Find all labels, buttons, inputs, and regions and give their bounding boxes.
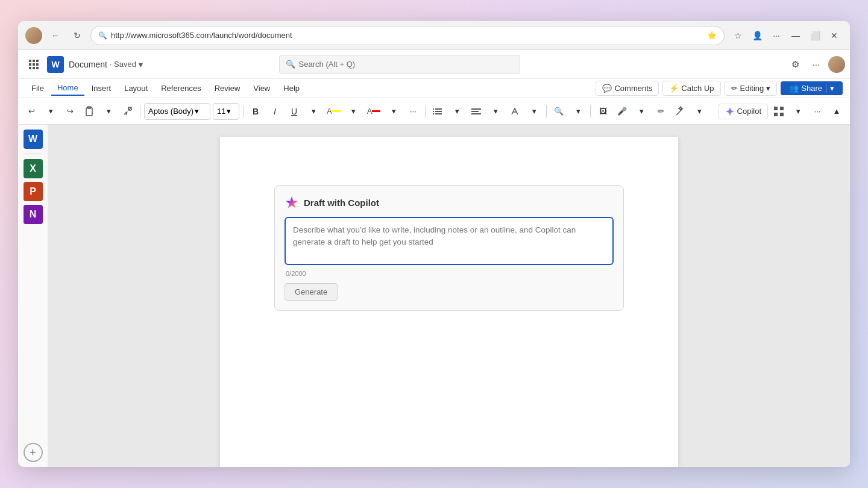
undo-dropdown[interactable]: ▾ bbox=[42, 103, 59, 120]
separator-2 bbox=[243, 105, 244, 117]
align-button[interactable] bbox=[468, 103, 485, 120]
highlight-dropdown[interactable]: ▾ bbox=[345, 103, 362, 120]
topbar-more-button[interactable]: ··· bbox=[808, 56, 825, 73]
font-size-label: 11 bbox=[217, 107, 225, 116]
svg-rect-4 bbox=[33, 63, 35, 66]
address-search-icon: 🔍 bbox=[98, 31, 107, 40]
copilot-button[interactable]: Copilot bbox=[719, 104, 768, 119]
document-area[interactable]: Draft with Copilot 0/2000 Generate bbox=[48, 125, 850, 467]
font-size-icon: ▾ bbox=[227, 107, 231, 116]
maximize-button[interactable]: ⬜ bbox=[807, 27, 823, 44]
editing-button[interactable]: ✏ Editing ▾ bbox=[725, 81, 778, 96]
svg-rect-15 bbox=[435, 111, 442, 112]
copilot-char-count: 0/2000 bbox=[285, 270, 614, 277]
menu-home[interactable]: Home bbox=[51, 81, 84, 96]
profile-button[interactable]: 👤 bbox=[749, 27, 766, 44]
svg-rect-17 bbox=[435, 113, 442, 114]
generate-button[interactable]: Generate bbox=[285, 283, 338, 301]
menu-file[interactable]: File bbox=[25, 81, 50, 95]
font-color-dropdown[interactable]: ▾ bbox=[385, 103, 402, 120]
svg-rect-13 bbox=[435, 108, 442, 110]
app-grid-button[interactable] bbox=[25, 56, 42, 73]
svg-rect-0 bbox=[29, 60, 31, 62]
style-dropdown[interactable]: ▾ bbox=[526, 103, 542, 120]
search-icon: 🔍 bbox=[286, 60, 295, 69]
svg-marker-21 bbox=[726, 107, 734, 116]
minimize-button[interactable]: — bbox=[787, 27, 804, 44]
image-button[interactable]: 🖼 bbox=[594, 103, 611, 120]
settings-button[interactable]: ⚙ bbox=[787, 56, 804, 73]
copilot-icon bbox=[725, 107, 735, 116]
address-lock-icon: ⭐ bbox=[707, 31, 717, 40]
toolbar-overflow[interactable]: ··· bbox=[809, 103, 826, 120]
user-avatar[interactable] bbox=[828, 56, 845, 73]
find-dropdown[interactable]: ▾ bbox=[570, 103, 587, 120]
bold-button[interactable]: B bbox=[247, 103, 264, 120]
list-button[interactable] bbox=[429, 103, 446, 120]
find-button[interactable]: 🔍 bbox=[550, 103, 567, 120]
clipboard-dropdown[interactable]: ▾ bbox=[100, 103, 117, 120]
grid-dropdown[interactable]: ▾ bbox=[790, 103, 807, 120]
underline-dropdown[interactable]: ▾ bbox=[305, 103, 322, 120]
catchup-button[interactable]: ⚡ Catch Up bbox=[662, 81, 720, 96]
browser-profile-avatar[interactable] bbox=[25, 27, 42, 44]
back-button[interactable]: ← bbox=[47, 27, 64, 44]
menu-help[interactable]: Help bbox=[277, 81, 306, 95]
close-button[interactable]: ✕ bbox=[826, 27, 843, 44]
redo-button[interactable]: ↪ bbox=[61, 103, 78, 120]
menu-references[interactable]: References bbox=[155, 81, 207, 95]
sidebar-icon-onenote[interactable]: N bbox=[24, 205, 43, 224]
italic-button[interactable]: I bbox=[266, 103, 283, 120]
draw-button[interactable]: ✏ bbox=[652, 103, 669, 120]
format-painter-button[interactable] bbox=[119, 103, 136, 120]
more-button[interactable]: ··· bbox=[768, 27, 785, 44]
mic-button[interactable]: 🎤 bbox=[614, 103, 631, 120]
style-button[interactable] bbox=[506, 103, 523, 120]
menu-review[interactable]: Review bbox=[209, 81, 247, 95]
align-dropdown[interactable]: ▾ bbox=[487, 103, 504, 120]
browser-action-buttons: ☆ 👤 ··· — ⬜ ✕ bbox=[729, 27, 843, 44]
wand-dropdown[interactable]: ▾ bbox=[691, 103, 708, 120]
svg-rect-20 bbox=[471, 113, 481, 114]
refresh-button[interactable]: ↻ bbox=[69, 27, 86, 44]
catchup-label: Catch Up bbox=[681, 84, 714, 93]
share-icon: 👥 bbox=[789, 84, 799, 93]
search-placeholder: Search (Alt + Q) bbox=[299, 60, 356, 69]
sidebar-bottom: + bbox=[24, 443, 43, 462]
clipboard-button[interactable] bbox=[81, 103, 98, 120]
copilot-draft-textarea[interactable] bbox=[285, 217, 614, 265]
catchup-icon: ⚡ bbox=[669, 84, 679, 93]
sidebar-icon-excel[interactable]: X bbox=[24, 159, 43, 178]
share-button[interactable]: 👥 Share ▾ bbox=[781, 81, 843, 95]
sidebar-icon-word[interactable]: W bbox=[24, 130, 43, 149]
toolbar-collapse[interactable]: ▲ bbox=[828, 103, 845, 120]
font-color-button[interactable]: A bbox=[365, 103, 383, 120]
menu-view[interactable]: View bbox=[247, 81, 276, 95]
svg-rect-14 bbox=[433, 111, 434, 112]
highlight-button[interactable]: A bbox=[324, 103, 343, 120]
font-family-dropdown[interactable]: Aptos (Body) ▾ bbox=[144, 103, 210, 120]
menu-layout[interactable]: Layout bbox=[118, 81, 154, 95]
comments-label: Comments bbox=[614, 84, 652, 93]
comments-button[interactable]: 💬 Comments bbox=[596, 81, 659, 96]
wand-button[interactable] bbox=[671, 103, 688, 120]
sidebar-icon-powerpoint[interactable]: P bbox=[24, 182, 43, 201]
favorites-button[interactable]: ☆ bbox=[729, 27, 746, 44]
grid-view-button[interactable] bbox=[770, 103, 787, 120]
topbar-actions: ⚙ ··· bbox=[787, 56, 845, 73]
ribbon-menubar: File Home Insert Layout References Revie… bbox=[18, 79, 850, 98]
sidebar-add-button[interactable]: + bbox=[24, 443, 43, 462]
editing-dropdown-icon: ▾ bbox=[766, 84, 770, 93]
mic-dropdown[interactable]: ▾ bbox=[633, 103, 650, 120]
font-size-dropdown[interactable]: 11 ▾ bbox=[213, 103, 239, 120]
underline-button[interactable]: U bbox=[286, 103, 303, 120]
doc-dropdown-icon[interactable]: ▾ bbox=[139, 60, 143, 69]
list-dropdown[interactable]: ▾ bbox=[448, 103, 465, 120]
sidebar-divider bbox=[24, 154, 42, 154]
undo-button[interactable]: ↩ bbox=[23, 103, 40, 120]
svg-rect-12 bbox=[433, 108, 434, 110]
more-formatting-button[interactable]: ··· bbox=[404, 103, 421, 120]
address-bar[interactable]: 🔍 http://www.microsoft365.com/launch/wor… bbox=[90, 26, 725, 45]
menu-insert[interactable]: Insert bbox=[86, 81, 118, 95]
search-bar[interactable]: 🔍 Search (Alt + Q) bbox=[279, 55, 520, 74]
